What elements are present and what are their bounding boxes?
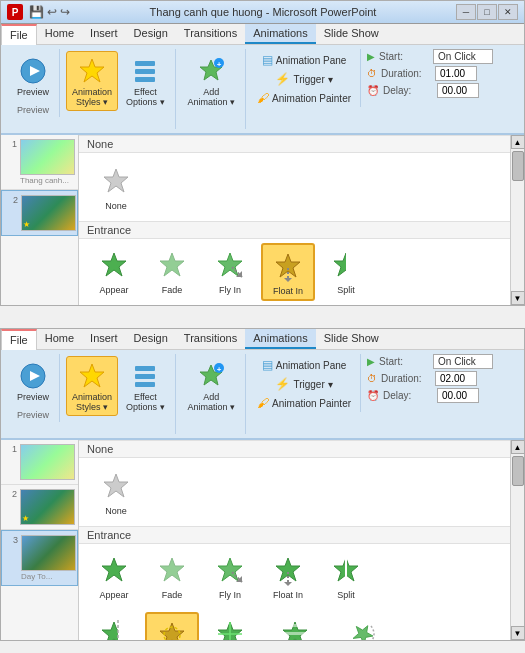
anim-appear-2[interactable]: Appear bbox=[87, 548, 141, 604]
anim-wipe-2[interactable]: Wipe bbox=[87, 612, 141, 640]
add-animation-btn-2[interactable]: + AddAnimation ▾ bbox=[182, 356, 242, 416]
minimize-btn[interactable]: ─ bbox=[456, 4, 476, 20]
menu-design-2[interactable]: Design bbox=[126, 329, 176, 349]
delay-input-2[interactable]: 00.00 bbox=[437, 388, 479, 403]
anim-appear-1[interactable]: Appear bbox=[87, 243, 141, 301]
content-area-2: 1 ☆ 2 ★ ☆ 3 Day To... bbox=[1, 440, 524, 640]
preview-group-label-2: Preview bbox=[17, 410, 49, 420]
menu-transitions-2[interactable]: Transitions bbox=[176, 329, 245, 349]
redo-icon[interactable]: ↪ bbox=[60, 5, 70, 19]
duration-input-1[interactable]: 01.00 bbox=[435, 66, 477, 81]
painter-btn-1[interactable]: 🖌 Animation Painter bbox=[252, 89, 356, 107]
svg-rect-4 bbox=[135, 69, 155, 74]
floatin-icon-1 bbox=[270, 248, 306, 284]
svg-rect-23 bbox=[135, 366, 155, 371]
menu-transitions-1[interactable]: Transitions bbox=[176, 24, 245, 44]
anim-fade-2[interactable]: Fade bbox=[145, 548, 199, 604]
menu-file-1[interactable]: File bbox=[1, 24, 37, 45]
trigger-icon-1: ⚡ bbox=[275, 72, 290, 86]
add-animation-btn-1[interactable]: + AddAnimation ▾ bbox=[182, 51, 242, 111]
animation-pane-btn-1[interactable]: ▤ Animation Pane bbox=[257, 51, 352, 69]
svg-marker-2 bbox=[80, 59, 104, 82]
anim-wheel-2[interactable]: Wheel bbox=[203, 612, 257, 640]
slide-thumb-1-1[interactable]: 1 Thang canh... ☆ bbox=[1, 135, 78, 190]
menu-bar-2: File Home Insert Design Transitions Anim… bbox=[1, 329, 524, 350]
start-value-1[interactable]: On Click bbox=[433, 49, 493, 64]
menu-insert-1[interactable]: Insert bbox=[82, 24, 126, 44]
window-1: P 💾 ↩ ↪ Thang canh que huong - Microsoft… bbox=[0, 0, 525, 306]
menu-slideshow-2[interactable]: Slide Show bbox=[316, 329, 387, 349]
svg-text:+: + bbox=[217, 60, 222, 69]
effect-options-btn-1[interactable]: EffectOptions ▾ bbox=[120, 51, 171, 111]
scroll-down-1[interactable]: ▼ bbox=[511, 291, 525, 305]
delay-clock-icon-1: ⏰ bbox=[367, 85, 379, 96]
scroll-up-1[interactable]: ▲ bbox=[511, 135, 525, 149]
menu-design-1[interactable]: Design bbox=[126, 24, 176, 44]
start-value-2[interactable]: On Click bbox=[433, 354, 493, 369]
slide-thumb-2-1[interactable]: 1 ☆ bbox=[1, 440, 78, 485]
slide-thumb-2-3[interactable]: 3 Day To... ☆ bbox=[1, 530, 78, 586]
duration-input-2[interactable]: 02.00 bbox=[435, 371, 477, 386]
title-bar-1: P 💾 ↩ ↪ Thang canh que huong - Microsoft… bbox=[1, 1, 524, 24]
menu-animations-1[interactable]: Animations bbox=[245, 24, 315, 44]
svg-marker-22 bbox=[80, 364, 104, 387]
split-label-2: Split bbox=[337, 590, 355, 600]
svg-marker-10 bbox=[102, 253, 126, 276]
effect-options-btn-2[interactable]: EffectOptions ▾ bbox=[120, 356, 171, 416]
anim-flyin-1[interactable]: Fly In bbox=[203, 243, 257, 301]
scroll-thumb-2[interactable] bbox=[512, 456, 524, 486]
trigger-label-2: Trigger bbox=[293, 379, 324, 390]
anim-split-2[interactable]: Split bbox=[319, 548, 373, 604]
animation-styles-btn-2[interactable]: AnimationStyles ▾ bbox=[66, 356, 118, 416]
slide-thumb-1-2[interactable]: 2 ★ ☆ bbox=[1, 190, 78, 236]
animation-styles-btn-1[interactable]: AnimationStyles ▾ bbox=[66, 51, 118, 111]
anim-none-2[interactable]: None bbox=[89, 464, 143, 520]
menu-animations-2[interactable]: Animations bbox=[245, 329, 315, 349]
anim-split-1[interactable]: Split bbox=[319, 243, 373, 301]
slide-text-1-1: Thang canh... bbox=[20, 176, 75, 185]
anim-none-1[interactable]: None bbox=[89, 159, 143, 215]
save-icon[interactable]: 💾 bbox=[29, 5, 44, 19]
anim-fade-1[interactable]: Fade bbox=[145, 243, 199, 301]
animation-pane-btn-2[interactable]: ▤ Animation Pane bbox=[257, 356, 352, 374]
menu-insert-2[interactable]: Insert bbox=[82, 329, 126, 349]
close-btn[interactable]: ✕ bbox=[498, 4, 518, 20]
anim-flyin-2[interactable]: Fly In bbox=[203, 548, 257, 604]
menu-slideshow-1[interactable]: Slide Show bbox=[316, 24, 387, 44]
trigger-btn-1[interactable]: ⚡ Trigger ▾ bbox=[270, 70, 337, 88]
menu-file-2[interactable]: File bbox=[1, 329, 37, 350]
group-anim-styles-1: AnimationStyles ▾ EffectOptions ▾ bbox=[62, 49, 176, 129]
scrollbar-2: ▲ ▼ bbox=[510, 440, 524, 640]
maximize-btn[interactable]: □ bbox=[477, 4, 497, 20]
none-label-1: None bbox=[105, 201, 127, 211]
anim-shape-2[interactable]: Shape bbox=[145, 612, 199, 640]
slide-num-2-2: 2 bbox=[5, 489, 17, 499]
svg-marker-37 bbox=[284, 582, 292, 586]
menu-home-2[interactable]: Home bbox=[37, 329, 82, 349]
anim-growturn-2[interactable]: Grow & Turn bbox=[332, 612, 395, 640]
entrance-row-2-1: Appear Fade bbox=[79, 544, 510, 608]
scroll-up-2[interactable]: ▲ bbox=[511, 440, 525, 454]
anim-randombars-2[interactable]: Random Bars bbox=[261, 612, 328, 640]
menu-home-1[interactable]: Home bbox=[37, 24, 82, 44]
preview-btn-1[interactable]: Preview bbox=[11, 51, 55, 101]
scroll-down-2[interactable]: ▼ bbox=[511, 626, 525, 640]
anim-floatin-1[interactable]: Float In bbox=[261, 243, 315, 301]
preview-btn-2[interactable]: Preview bbox=[11, 356, 55, 406]
group-small-btns-1: ▤ Animation Pane ⚡ Trigger ▾ 🖌 Animation… bbox=[248, 49, 361, 107]
quick-access: 💾 ↩ ↪ bbox=[29, 5, 70, 19]
slide-thumb-2-2[interactable]: 2 ★ ☆ bbox=[1, 485, 78, 530]
painter-btn-2[interactable]: 🖌 Animation Painter bbox=[252, 394, 356, 412]
add-animation-icon-1: + bbox=[195, 55, 227, 87]
split-icon-1 bbox=[328, 247, 364, 283]
timing-group-2: ▶ Start: On Click ⏱ Duration: 02.00 ⏰ De… bbox=[363, 354, 493, 403]
group-anim-styles-2: AnimationStyles ▾ EffectOptions ▾ bbox=[62, 354, 176, 434]
painter-icon-1: 🖌 bbox=[257, 91, 269, 105]
trigger-btn-2[interactable]: ⚡ Trigger ▾ bbox=[270, 375, 337, 393]
delay-input-1[interactable]: 00.00 bbox=[437, 83, 479, 98]
undo-icon[interactable]: ↩ bbox=[47, 5, 57, 19]
anim-floatin-2[interactable]: Float In bbox=[261, 548, 315, 604]
anim-panel-1: None None Entrance bbox=[79, 135, 510, 305]
wheel-icon-2 bbox=[212, 616, 248, 640]
scroll-thumb-1[interactable] bbox=[512, 151, 524, 181]
